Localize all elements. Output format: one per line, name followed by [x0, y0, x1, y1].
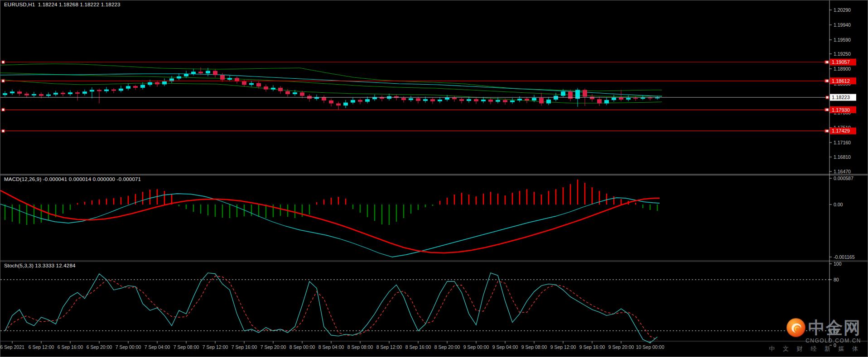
stoch-name: Stoch(5,3,3)	[4, 263, 34, 268]
ohlc-readout: 1.18224 1.18268 1.18222 1.18223	[38, 2, 121, 7]
svg-text:1.19590: 1.19590	[834, 37, 851, 43]
svg-text:7 Sep 20:00: 7 Sep 20:00	[260, 344, 286, 350]
svg-text:8 Sep 16:00: 8 Sep 16:00	[405, 344, 431, 350]
band-upper-line	[0, 64, 662, 91]
svg-text:1.19940: 1.19940	[834, 22, 851, 28]
svg-text:1.17930: 1.17930	[832, 107, 850, 113]
svg-text:1.18612: 1.18612	[832, 78, 850, 84]
svg-text:20: 20	[834, 328, 839, 333]
svg-text:1.17160: 1.17160	[834, 140, 851, 145]
svg-text:8 Sep 12:00: 8 Sep 12:00	[376, 344, 402, 350]
panel-separators	[0, 174, 868, 341]
svg-text:1.20290: 1.20290	[834, 7, 851, 13]
svg-text:-0.001165: -0.001165	[834, 254, 855, 260]
svg-text:0.000587: 0.000587	[834, 176, 854, 181]
svg-text:9 Sep 16:00: 9 Sep 16:00	[579, 344, 605, 350]
symbol-timeframe-label: EURUSD,H1	[4, 2, 35, 7]
svg-text:1.19250: 1.19250	[834, 51, 851, 57]
macd-values: -0.000041 0.000014 0.000000 -0.000071	[43, 176, 141, 182]
macd-histogram[interactable]	[5, 180, 657, 225]
svg-text:7 Sep 04:00: 7 Sep 04:00	[145, 344, 170, 350]
svg-text:1.16810: 1.16810	[834, 154, 851, 160]
svg-text:0.00: 0.00	[834, 202, 843, 207]
candlestick-series[interactable]	[3, 67, 660, 110]
svg-text:9 Sep 20:00: 9 Sep 20:00	[608, 344, 634, 350]
svg-text:8 Sep 08:00: 8 Sep 08:00	[347, 344, 373, 350]
svg-text:9 Sep 00:00: 9 Sep 00:00	[463, 344, 489, 350]
price-badge: 1.17930	[826, 106, 856, 113]
price-badge: 1.19057	[826, 59, 856, 66]
symbol-title: EURUSD,H1 1.18224 1.18268 1.18222 1.1822…	[4, 2, 121, 7]
mt4-chart-window: EURUSD,H1 1.18224 1.18268 1.18222 1.1822…	[0, 0, 868, 357]
svg-text:1.16470: 1.16470	[834, 169, 851, 174]
svg-text:8 Sep 04:00: 8 Sep 04:00	[318, 344, 344, 350]
svg-text:1.18223: 1.18223	[832, 95, 850, 100]
resistance-support-lines	[0, 61, 829, 132]
macd-indicator-label: MACD(12,26,9) -0.000041 0.000014 0.00000…	[4, 176, 141, 182]
svg-text:100: 100	[834, 261, 842, 267]
svg-text:0: 0	[834, 343, 836, 348]
macd-name: MACD(12,26,9)	[4, 176, 42, 182]
svg-text:1.19057: 1.19057	[832, 59, 850, 65]
svg-text:9 Sep 04:00: 9 Sep 04:00	[492, 344, 518, 350]
svg-text:6 Sep 2021: 6 Sep 2021	[0, 344, 24, 350]
stoch-d-line	[5, 276, 657, 340]
svg-text:6 Sep 16:00: 6 Sep 16:00	[58, 344, 83, 350]
stoch-values: 13.3333 12.4284	[35, 263, 75, 268]
svg-text:10 Sep 00:00: 10 Sep 00:00	[636, 344, 665, 350]
svg-text:9 Sep 12:00: 9 Sep 12:00	[550, 344, 576, 350]
svg-text:1.18900: 1.18900	[834, 66, 851, 71]
svg-text:9 Sep 08:00: 9 Sep 08:00	[521, 344, 547, 350]
time-axis[interactable]: 6 Sep 20216 Sep 12:006 Sep 16:006 Sep 20…	[0, 341, 664, 350]
stoch-axis: 10080200	[829, 261, 842, 348]
svg-text:7 Sep 12:00: 7 Sep 12:00	[203, 344, 228, 350]
macd-axis: 0.0005870.00-0.001165	[829, 176, 855, 260]
svg-text:8 Sep 00:00: 8 Sep 00:00	[289, 344, 315, 350]
svg-text:6 Sep 20:00: 6 Sep 20:00	[87, 344, 112, 350]
stoch-indicator-label: Stoch(5,3,3) 13.3333 12.4284	[4, 263, 76, 268]
svg-text:1.17429: 1.17429	[832, 128, 850, 133]
svg-text:7 Sep 00:00: 7 Sep 00:00	[116, 344, 141, 350]
price-badge: 1.18223	[826, 94, 856, 101]
price-badge: 1.18612	[826, 77, 856, 84]
svg-text:80: 80	[834, 277, 839, 282]
svg-text:8 Sep 20:00: 8 Sep 20:00	[434, 344, 460, 350]
price-axis[interactable]: 1.202901.199401.195901.192501.189001.185…	[829, 7, 851, 174]
svg-text:7 Sep 16:00: 7 Sep 16:00	[231, 344, 257, 350]
svg-text:6 Sep 12:00: 6 Sep 12:00	[29, 344, 54, 350]
svg-text:7 Sep 08:00: 7 Sep 08:00	[174, 344, 199, 350]
price-badge: 1.17429	[826, 128, 856, 134]
